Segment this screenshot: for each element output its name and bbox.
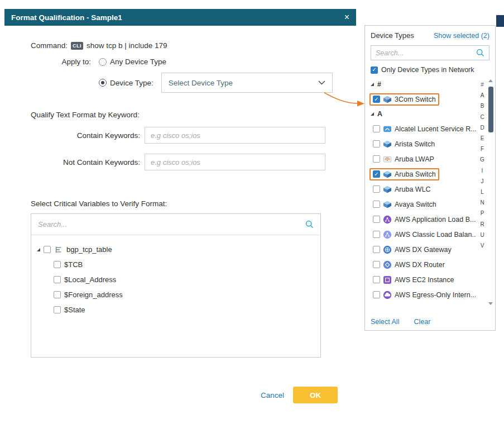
device-type-row[interactable]: AWS Egress-Only Intern... [365, 287, 479, 302]
device-wrap: AWS EC2 Instance [369, 274, 458, 286]
variable-checkbox[interactable] [44, 246, 51, 253]
variable-row[interactable]: $TCB [37, 257, 320, 272]
variable-checkbox[interactable] [54, 261, 61, 268]
index-letter[interactable]: U [478, 230, 486, 240]
not-contain-keywords-label: Not Contain Keywords: [31, 158, 140, 166]
index-letter[interactable]: I [478, 165, 486, 176]
search-icon[interactable] [305, 220, 314, 229]
index-letter[interactable]: A [478, 90, 486, 101]
scroll-down-icon[interactable] [488, 302, 493, 305]
device-checkbox[interactable]: ✓ [373, 96, 380, 103]
contain-keywords-row: Contain Keywords: [31, 127, 356, 144]
device-wrap: AWS Application Load B... [369, 213, 479, 226]
device-type-row[interactable]: Aruba WLC [365, 182, 479, 197]
device-checkbox[interactable] [373, 185, 380, 193]
device-type-dropdown-value: Select Device Type [169, 79, 233, 87]
device-type-list: #✓3Com SwitchAAlcatel Lucent Service R..… [365, 77, 495, 302]
index-letter[interactable]: F [478, 144, 486, 154]
device-checkbox[interactable] [373, 246, 380, 253]
apply-to-row: Apply to: Any Device Type [31, 58, 356, 66]
index-letter[interactable]: N [478, 197, 486, 208]
search-icon[interactable] [476, 49, 484, 57]
only-in-network-label: Only Device Types in Network [381, 66, 474, 74]
expand-triangle-icon[interactable] [37, 248, 40, 251]
device-checkbox[interactable] [373, 140, 380, 147]
index-letter[interactable]: D [478, 122, 486, 133]
contain-keywords-label: Contain Keywords: [31, 131, 140, 140]
device-checkbox[interactable] [373, 261, 380, 268]
scroll-up-icon[interactable] [488, 79, 493, 82]
device-type-row[interactable]: Aruba LWAP [365, 151, 479, 166]
device-checkbox[interactable] [373, 125, 380, 132]
close-icon[interactable]: × [344, 13, 349, 22]
device-search-input[interactable] [376, 49, 473, 57]
qualify-heading: Qualify Text Format by Keyword: [31, 111, 356, 119]
apply-to-label: Apply to: [31, 58, 91, 66]
variables-search-input[interactable] [38, 220, 301, 229]
device-list-scrollbar[interactable] [487, 79, 494, 305]
index-letter[interactable]: G [478, 154, 486, 165]
device-type-row[interactable]: Avaya Switch [365, 197, 479, 212]
variable-checkbox[interactable] [54, 306, 61, 313]
variable-checkbox[interactable] [54, 276, 61, 283]
device-checkbox[interactable] [373, 216, 380, 223]
select-all-link[interactable]: Select All [371, 318, 399, 326]
device-checkbox[interactable] [373, 201, 380, 208]
device-checkbox[interactable]: ✓ [373, 170, 380, 178]
radio-any-device-type-label[interactable]: Any Device Type [110, 58, 166, 66]
index-letter[interactable]: E [478, 133, 486, 144]
variables-tree: bgp_tcp_table$TCB$Local_Address$Foreign_… [31, 235, 320, 317]
variable-row[interactable]: $Local_Address [37, 272, 320, 287]
device-type-row[interactable]: Arista Switch [365, 136, 479, 151]
radio-any-device-type[interactable] [99, 58, 107, 66]
contain-keywords-input[interactable] [145, 127, 325, 144]
cancel-button[interactable]: Cancel [261, 391, 284, 399]
radio-device-type-label[interactable]: Device Type: [110, 79, 153, 87]
device-type-label: Alcatel Lucent Service R... [395, 125, 476, 133]
device-checkbox[interactable] [373, 155, 380, 163]
index-letter[interactable]: V [478, 240, 486, 251]
device-type-dropdown[interactable]: Select Device Type [161, 73, 333, 93]
index-letter[interactable]: J [478, 176, 486, 187]
command-label: Command: [31, 41, 68, 50]
chevron-down-icon [318, 80, 325, 85]
variables-heading: Select Critical Variables to Verify Form… [31, 199, 356, 208]
device-type-row[interactable]: AWS DX Router [365, 257, 479, 272]
show-selected-link[interactable]: Show selected (2) [434, 32, 489, 40]
variable-tree-root[interactable]: bgp_tcp_table [37, 242, 320, 257]
alphabet-index: #ABCDEFGIJLNPRUV [478, 79, 486, 251]
device-checkbox[interactable] [373, 276, 380, 283]
clear-link[interactable]: Clear [414, 318, 430, 326]
device-group-header[interactable]: # [365, 77, 479, 92]
not-contain-keywords-input[interactable] [145, 154, 325, 170]
ok-button[interactable]: OK [293, 387, 338, 403]
radio-device-type[interactable] [99, 79, 107, 87]
index-letter[interactable]: L [478, 187, 486, 197]
device-type-row[interactable]: AWS DX Gateway [365, 242, 479, 257]
index-letter[interactable]: R [478, 219, 486, 230]
device-type-row[interactable]: Alcatel Lucent Service R... [365, 121, 479, 136]
device-group-header[interactable]: A [365, 107, 479, 121]
index-letter[interactable]: # [478, 79, 486, 90]
variable-table-label: bgp_tcp_table [66, 245, 112, 254]
variable-checkbox[interactable] [54, 291, 61, 298]
index-letter[interactable]: B [478, 101, 486, 111]
device-type-row[interactable]: AWS EC2 Instance [365, 272, 479, 287]
only-in-network-checkbox[interactable]: ✓ [371, 66, 378, 74]
page-scrollbar-thumb[interactable] [496, 15, 504, 27]
index-letter[interactable]: P [478, 208, 486, 218]
switch-3com-icon [383, 95, 392, 104]
device-wrap: AWS Egress-Only Intern... [369, 289, 479, 301]
device-type-row[interactable]: ✓3Com Switch [365, 92, 479, 107]
device-wrap: AWS Classic Load Balan... [369, 229, 479, 241]
device-type-row[interactable]: ✓Aruba Switch [365, 166, 479, 182]
device-type-label: Arista Switch [395, 140, 435, 148]
index-letter[interactable]: C [478, 112, 486, 122]
scrollbar-thumb[interactable] [488, 87, 493, 132]
variable-row[interactable]: $Foreign_address [37, 287, 320, 302]
device-checkbox[interactable] [373, 291, 380, 298]
device-checkbox[interactable] [373, 231, 380, 238]
device-type-row[interactable]: AWS Classic Load Balan... [365, 227, 479, 242]
variable-row[interactable]: $State [37, 302, 320, 317]
device-type-row[interactable]: AWS Application Load B... [365, 212, 479, 227]
